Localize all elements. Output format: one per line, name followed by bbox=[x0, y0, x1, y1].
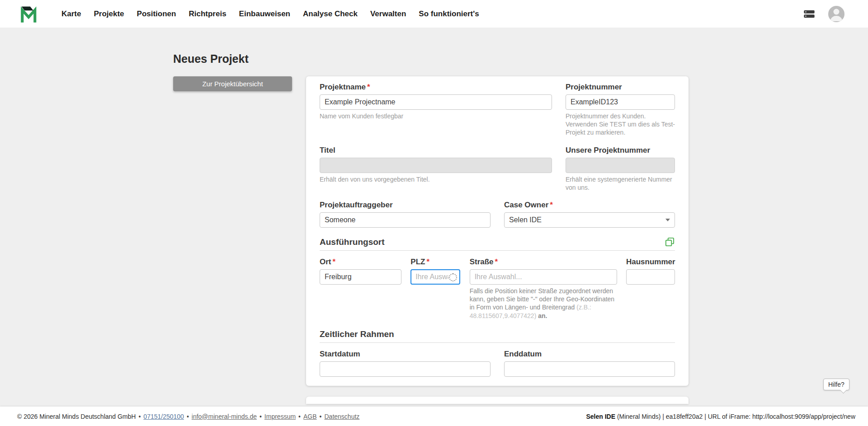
section-ausfuehrungsort-title: Ausführungsort bbox=[320, 237, 385, 247]
case-owner-select[interactable]: Selen IDE bbox=[504, 212, 675, 228]
projektname-input[interactable] bbox=[320, 94, 552, 110]
new-project-form-card: Projektname* Name vom Kunden festlegbar … bbox=[306, 76, 689, 386]
section-zeitlicher-rahmen-title: Zeitlicher Rahmen bbox=[320, 329, 394, 339]
footer-separator: • bbox=[187, 413, 189, 420]
hausnummer-input[interactable] bbox=[626, 269, 675, 285]
enddatum-label: Enddatum bbox=[504, 350, 675, 359]
copy-location-icon[interactable] bbox=[665, 237, 675, 247]
footer-session-details: (Mineral Minds) | ea18feff20a2 | URL of … bbox=[615, 413, 855, 420]
form-row-name-number: Projektname* Name vom Kunden festlegbar … bbox=[320, 83, 675, 137]
strasse-helper-suffix: an. bbox=[536, 312, 547, 319]
required-asterisk: * bbox=[426, 257, 429, 266]
help-button[interactable]: Hilfe? bbox=[823, 379, 849, 390]
section-ausfuehrungsort-header: Ausführungsort bbox=[320, 237, 675, 248]
titel-helper: Erhält den von uns vorgegebenen Titel. bbox=[320, 175, 552, 183]
plz-input-wrapper bbox=[410, 269, 460, 285]
projektnummer-helper: Projektnummer des Kunden. Verwenden Sie … bbox=[566, 112, 675, 137]
footer-separator: • bbox=[259, 413, 262, 420]
section-zeitlicher-rahmen-header: Zeitlicher Rahmen bbox=[320, 329, 675, 340]
field-case-owner: Case Owner* Selen IDE bbox=[504, 201, 675, 228]
footer-separator: • bbox=[138, 413, 141, 420]
required-asterisk: * bbox=[495, 257, 498, 266]
strasse-label-text: Straße bbox=[470, 257, 494, 266]
unsere-projektnummer-helper: Erhält eine systemgenerierte Nummer von … bbox=[566, 175, 675, 192]
plz-label-text: PLZ bbox=[410, 257, 425, 266]
next-card-top-edge bbox=[306, 397, 689, 404]
footer-agb-link[interactable]: AGB bbox=[303, 413, 317, 420]
projektnummer-label: Projektnummer bbox=[566, 83, 675, 92]
titel-input bbox=[320, 158, 552, 173]
unsere-projektnummer-input bbox=[566, 158, 675, 173]
nav-item-verwalten[interactable]: Verwalten bbox=[370, 9, 406, 19]
main-nav: Karte Projekte Positionen Richtpreis Ein… bbox=[61, 9, 479, 19]
unsere-projektnummer-label-text: Unsere Projektnummer bbox=[566, 146, 650, 154]
footer-left: © 2026 Mineral Minds Deutschland GmbH • … bbox=[17, 413, 359, 420]
strasse-input[interactable] bbox=[470, 269, 617, 285]
projektauftraggeber-label-text: Projektauftraggeber bbox=[320, 201, 393, 209]
nav-item-richtpreis[interactable]: Richtpreis bbox=[189, 9, 226, 19]
required-asterisk: * bbox=[333, 257, 336, 266]
titel-label-text: Titel bbox=[320, 146, 335, 154]
back-to-project-overview-button[interactable]: Zur Projektübersicht bbox=[173, 76, 292, 91]
server-icon[interactable] bbox=[802, 8, 816, 20]
user-avatar[interactable] bbox=[828, 6, 844, 22]
nav-item-projekte[interactable]: Projekte bbox=[94, 9, 124, 19]
required-asterisk: * bbox=[550, 201, 553, 209]
strasse-helper: Falls die Position keiner Straße zugeord… bbox=[470, 287, 617, 320]
ort-label: Ort* bbox=[320, 257, 401, 267]
field-unsere-projektnummer: Unsere Projektnummer Erhält eine systemg… bbox=[566, 146, 675, 192]
field-titel: Titel Erhält den von uns vorgegebenen Ti… bbox=[320, 146, 552, 183]
nav-item-so-funktionierts[interactable]: So funktioniert's bbox=[419, 9, 479, 19]
field-hausnummer: Hausnummer bbox=[626, 257, 675, 285]
nav-item-analyse-check[interactable]: Analyse Check bbox=[303, 9, 358, 19]
footer-separator: • bbox=[298, 413, 301, 420]
section-divider bbox=[320, 342, 675, 343]
footer-session-info: Selen IDE (Mineral Minds) | ea18feff20a2… bbox=[586, 413, 855, 420]
footer-impressum-link[interactable]: Impressum bbox=[264, 413, 296, 420]
footer-separator: • bbox=[320, 413, 322, 420]
footer-copyright: © 2026 Mineral Minds Deutschland GmbH bbox=[17, 413, 136, 420]
enddatum-label-text: Enddatum bbox=[504, 350, 542, 358]
unsere-projektnummer-label: Unsere Projektnummer bbox=[566, 146, 675, 155]
startdatum-input[interactable] bbox=[320, 361, 491, 377]
strasse-label: Straße* bbox=[470, 257, 617, 267]
navbar-right bbox=[802, 6, 868, 22]
hausnummer-label: Hausnummer bbox=[626, 257, 675, 267]
case-owner-label-text: Case Owner bbox=[504, 201, 548, 209]
ort-input[interactable] bbox=[320, 269, 401, 285]
form-row-titel-unsere-nummer: Titel Erhält den von uns vorgegebenen Ti… bbox=[320, 146, 675, 192]
nav-item-einbauweisen[interactable]: Einbauweisen bbox=[239, 9, 290, 19]
top-navbar: Karte Projekte Positionen Richtpreis Ein… bbox=[0, 0, 868, 28]
case-owner-label: Case Owner* bbox=[504, 201, 675, 210]
section-divider bbox=[320, 250, 675, 251]
field-projektname: Projektname* Name vom Kunden festlegbar bbox=[320, 83, 552, 120]
field-strasse: Straße* Falls die Position keiner Straße… bbox=[470, 257, 617, 320]
field-plz: PLZ* bbox=[410, 257, 460, 285]
case-owner-selected-value: Selen IDE bbox=[509, 216, 542, 224]
footer-phone-link[interactable]: 07151/250100 bbox=[143, 413, 184, 420]
chevron-down-icon bbox=[665, 219, 670, 221]
footer-datenschutz-link[interactable]: Datenschutz bbox=[324, 413, 359, 420]
projektauftraggeber-label: Projektauftraggeber bbox=[320, 201, 491, 210]
page-footer: © 2026 Mineral Minds Deutschland GmbH • … bbox=[0, 407, 868, 426]
footer-session-user: Selen IDE bbox=[586, 413, 615, 420]
projektname-label-text: Projektname bbox=[320, 83, 366, 91]
startdatum-label: Startdatum bbox=[320, 350, 491, 359]
mineral-minds-logo-icon[interactable] bbox=[20, 5, 39, 23]
field-projektauftraggeber: Projektauftraggeber bbox=[320, 201, 491, 228]
projektnummer-label-text: Projektnummer bbox=[566, 83, 622, 91]
required-asterisk: * bbox=[367, 83, 370, 91]
strasse-helper-main: Falls die Position keiner Straße zugeord… bbox=[470, 287, 614, 311]
footer-email-link[interactable]: info@mineral-minds.de bbox=[192, 413, 257, 420]
form-row-auftraggeber-owner: Projektauftraggeber Case Owner* Selen ID… bbox=[320, 201, 675, 228]
projektauftraggeber-input[interactable] bbox=[320, 212, 491, 228]
projektnummer-input[interactable] bbox=[566, 94, 675, 110]
page-title: Neues Projekt bbox=[173, 52, 249, 66]
field-ort: Ort* bbox=[320, 257, 401, 285]
titel-label: Titel bbox=[320, 146, 552, 155]
nav-item-positionen[interactable]: Positionen bbox=[137, 9, 176, 19]
enddatum-input[interactable] bbox=[504, 361, 675, 377]
hausnummer-label-text: Hausnummer bbox=[626, 257, 675, 266]
nav-item-karte[interactable]: Karte bbox=[61, 9, 81, 19]
form-row-dates: Startdatum Enddatum bbox=[320, 350, 675, 377]
